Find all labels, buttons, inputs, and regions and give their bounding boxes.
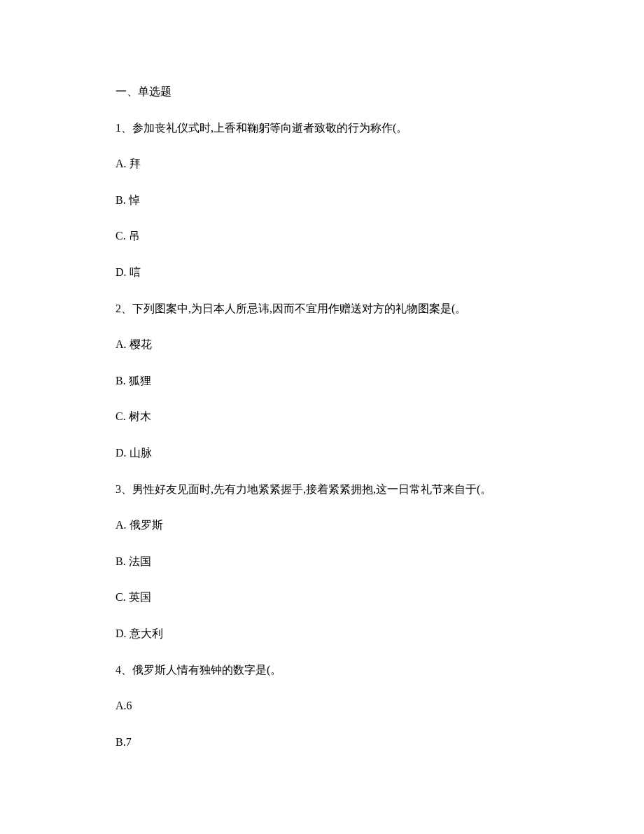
question-option: B. 法国 (115, 552, 528, 571)
question-option: C. 树木 (115, 408, 528, 426)
question-stem: 3、男性好友见面时,先有力地紧紧握手,接着紧紧拥抱,这一日常礼节来自于(。 (115, 480, 528, 499)
section-title: 一、单选题 (115, 83, 528, 101)
question-stem: 1、参加丧礼仪式时,上香和鞠躬等向逝者致敬的行为称作(。 (115, 119, 528, 137)
question-option: C. 英国 (115, 588, 528, 606)
question-option: D. 唁 (115, 263, 528, 282)
question-option: B.7 (115, 733, 528, 751)
question-stem: 4、俄罗斯人情有独钟的数字是(。 (115, 661, 528, 679)
question-option: D. 意大利 (115, 625, 528, 643)
question-option: A. 俄罗斯 (115, 516, 528, 534)
question-option: A. 拜 (115, 155, 528, 173)
question-option: B. 狐狸 (115, 372, 528, 390)
question-option: A. 樱花 (115, 335, 528, 354)
question-option: D. 山脉 (115, 444, 528, 462)
question-option: B. 悼 (115, 191, 528, 209)
question-option: A.6 (115, 697, 528, 715)
question-stem: 2、下列图案中,为日本人所忌讳,因而不宜用作赠送对方的礼物图案是(。 (115, 300, 528, 318)
question-option: C. 吊 (115, 227, 528, 245)
